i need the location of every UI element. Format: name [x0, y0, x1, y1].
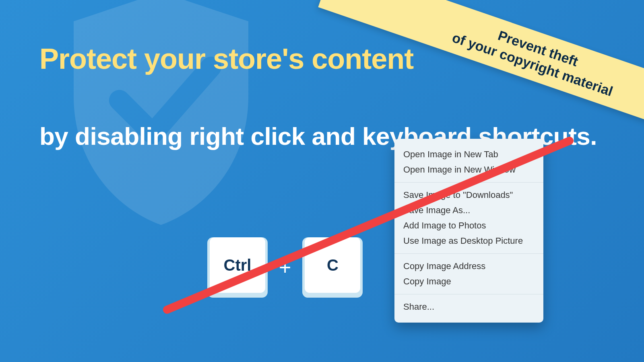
shield-bg-icon — [56, 0, 266, 233]
menu-item-open-new-tab[interactable]: Open Image in New Tab — [394, 147, 543, 162]
key-plus: + — [279, 255, 291, 280]
key-c-label: C — [305, 237, 360, 293]
menu-item-open-new-window[interactable]: Open Image in New Window — [394, 162, 543, 177]
menu-divider — [394, 182, 543, 183]
menu-item-copy-address[interactable]: Copy Image Address — [394, 259, 543, 274]
menu-item-save-as[interactable]: Save Image As... — [394, 203, 543, 218]
menu-item-add-photos[interactable]: Add Image to Photos — [394, 218, 543, 233]
headline: Protect your store's content — [39, 42, 413, 76]
menu-item-save-downloads[interactable]: Save Image to "Downloads" — [394, 187, 543, 203]
key-ctrl-label: Ctrl — [210, 237, 265, 293]
keyboard-shortcut: Ctrl + C — [207, 237, 363, 298]
key-c: C — [302, 237, 363, 298]
menu-item-copy-image[interactable]: Copy Image — [394, 274, 543, 289]
menu-divider — [394, 294, 543, 294]
key-ctrl: Ctrl — [207, 237, 268, 298]
menu-divider — [394, 253, 543, 254]
context-menu: Open Image in New Tab Open Image in New … — [394, 139, 543, 323]
menu-item-share[interactable]: Share... — [394, 299, 543, 315]
menu-item-desktop-picture[interactable]: Use Image as Desktop Picture — [394, 233, 543, 249]
